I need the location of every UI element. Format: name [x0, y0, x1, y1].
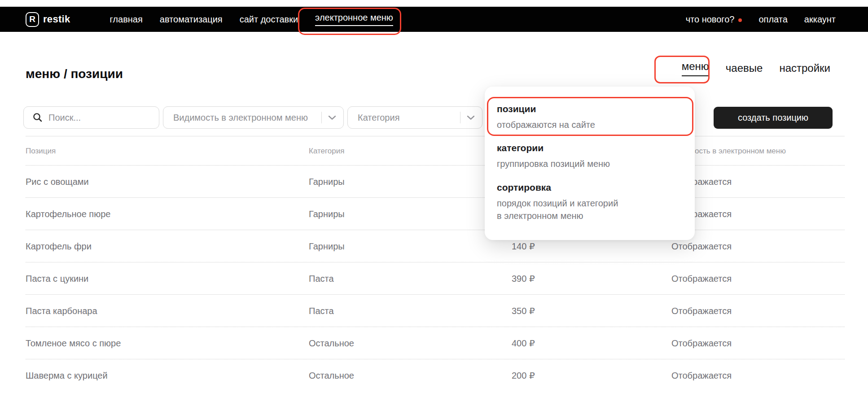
select-divider — [321, 112, 322, 123]
category-filter-label: Категория — [358, 113, 400, 123]
dropdown-item-subtitle: отображаются на сайте — [497, 118, 595, 131]
chevron-down-icon — [328, 115, 336, 120]
nav-item-sait-dostavki[interactable]: сайт доставки — [240, 14, 298, 25]
cell-visibility: Отображается — [671, 241, 732, 252]
tab-nastroyki[interactable]: настройки — [779, 62, 830, 74]
cell-visibility: Отображается — [671, 338, 732, 349]
cell-position: Рис с овощами — [26, 177, 89, 187]
dropdown-item-categories[interactable]: категории группировка позиций меню — [497, 143, 610, 170]
visibility-filter-label: Видимость в электронном меню — [173, 113, 308, 123]
cell-price: 350 ₽ — [512, 306, 535, 316]
table-row[interactable]: Рис с овощами Гарниры Отображается — [26, 165, 845, 198]
table-header-row: Позиция Категория Видимость в электронно… — [26, 136, 845, 166]
cell-category: Гарниры — [309, 209, 345, 219]
chevron-down-icon — [467, 115, 475, 120]
dropdown-item-subtitle: порядок позиций и категорий в электронно… — [497, 197, 618, 222]
app-window: R restik главная автоматизация сайт дост… — [0, 0, 868, 393]
dropdown-item-positions[interactable]: позиции отображаются на сайте — [497, 104, 595, 131]
create-position-button[interactable]: создать позицию — [714, 107, 833, 129]
cell-position: Картофель фри — [26, 241, 92, 252]
cell-category: Паста — [309, 306, 334, 316]
dropdown-item-subtitle-line1: порядок позиций и категорий — [497, 198, 618, 208]
cell-category: Гарниры — [309, 177, 345, 187]
menu-dropdown-panel: позиции отображаются на сайте категории … — [485, 87, 695, 240]
notification-dot — [738, 18, 742, 22]
cell-visibility: Отображается — [671, 371, 732, 381]
cell-category: Остальное — [309, 371, 354, 381]
cell-position: Томленое мясо с пюре — [26, 338, 121, 349]
cell-price: 400 ₽ — [512, 338, 535, 349]
nav-item-glavnaya[interactable]: главная — [110, 14, 143, 25]
restik-logo-icon: R — [26, 12, 39, 27]
page-title: меню / позиции — [26, 67, 123, 81]
dropdown-item-title: сортировка — [497, 182, 618, 193]
top-navigation-bar: R restik главная автоматизация сайт дост… — [0, 7, 868, 32]
cell-position: Паста карбонара — [26, 306, 97, 316]
dropdown-item-sorting[interactable]: сортировка порядок позиций и категорий в… — [497, 182, 618, 222]
tab-chaevye[interactable]: чаевые — [726, 62, 763, 74]
search-placeholder: Поиск... — [48, 113, 81, 123]
restik-logo[interactable]: R restik — [26, 12, 70, 27]
cell-price: 200 ₽ — [512, 370, 535, 381]
dropdown-item-title: категории — [497, 143, 610, 153]
category-filter-select[interactable]: Категория — [347, 106, 482, 129]
tab-menu[interactable]: меню — [682, 60, 709, 76]
category-filter-controls — [460, 107, 482, 128]
cell-visibility: Отображается — [671, 274, 732, 284]
restik-logo-text: restik — [43, 13, 70, 25]
cell-category: Остальное — [309, 338, 354, 349]
table-row[interactable]: Картофель фри Гарниры 140 ₽ Отображается — [26, 230, 845, 262]
cell-price: 140 ₽ — [512, 241, 535, 252]
table-row[interactable]: Картофельное пюре Гарниры Отображается — [26, 197, 845, 230]
table-row[interactable]: Томленое мясо с пюре Остальное 400 ₽ Ото… — [26, 327, 845, 359]
nav-item-oplata[interactable]: оплата — [758, 14, 787, 25]
nav-item-electronnoe-menu[interactable]: электронное меню — [315, 13, 393, 26]
visibility-filter-select[interactable]: Видимость в электронном меню — [163, 106, 344, 129]
section-tabs: меню чаевые настройки — [682, 60, 830, 76]
topnav-items: главная автоматизация сайт доставки элек… — [110, 13, 393, 26]
search-input[interactable]: Поиск... — [23, 106, 159, 129]
dropdown-item-title: позиции — [497, 104, 595, 114]
cell-category: Паста — [309, 274, 334, 284]
column-header-position: Позиция — [26, 147, 56, 156]
visibility-filter-controls — [321, 107, 343, 128]
select-divider — [460, 112, 460, 123]
cell-position: Паста с цукини — [26, 274, 88, 284]
table-row[interactable]: Паста с цукини Паста 390 ₽ Отображается — [26, 262, 845, 295]
search-icon — [33, 113, 43, 122]
nav-item-avtomatizaciya[interactable]: автоматизация — [160, 14, 223, 25]
column-header-category: Категория — [309, 147, 344, 156]
cell-position: Картофельное пюре — [26, 209, 110, 219]
table-row[interactable]: Паста карбонара Паста 350 ₽ Отображается — [26, 294, 845, 327]
cell-category: Гарниры — [309, 241, 345, 252]
table-row[interactable]: Шаверма с курицей Остальное 200 ₽ Отобра… — [26, 359, 845, 392]
nav-item-whats-new[interactable]: что нового? — [686, 14, 742, 25]
nav-item-akkaunt[interactable]: аккаунт — [804, 14, 836, 25]
whats-new-label: что нового? — [686, 14, 735, 25]
cell-position: Шаверма с курицей — [26, 371, 108, 381]
dropdown-item-subtitle: группировка позиций меню — [497, 157, 610, 170]
topnav-right: что нового? оплата аккаунт — [686, 14, 868, 25]
dropdown-item-subtitle-line2: в электронном меню — [497, 211, 583, 221]
topnav-left: R restik главная автоматизация сайт дост… — [0, 12, 393, 27]
cell-price: 390 ₽ — [512, 273, 535, 284]
cell-visibility: Отображается — [671, 306, 732, 316]
